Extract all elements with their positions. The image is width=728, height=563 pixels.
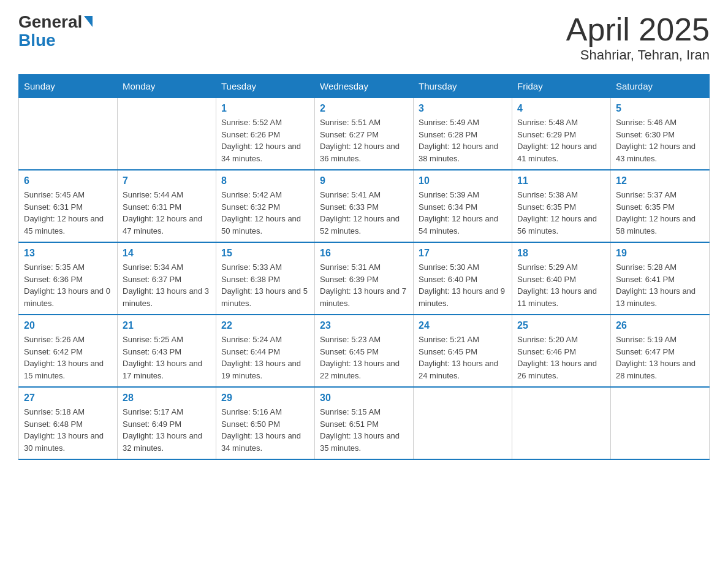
day-info: Sunrise: 5:38 AMSunset: 6:35 PMDaylight:…: [517, 189, 605, 237]
day-info: Sunrise: 5:28 AMSunset: 6:41 PMDaylight:…: [616, 261, 704, 309]
calendar-header-row: SundayMondayTuesdayWednesdayThursdayFrid…: [19, 75, 710, 98]
day-number: 28: [123, 393, 211, 404]
day-info: Sunrise: 5:49 AMSunset: 6:28 PMDaylight:…: [419, 117, 507, 164]
header-tuesday: Tuesday: [216, 75, 315, 98]
day-info: Sunrise: 5:44 AMSunset: 6:31 PMDaylight:…: [123, 189, 211, 237]
calendar-cell: 4Sunrise: 5:48 AMSunset: 6:29 PMDaylight…: [512, 98, 611, 170]
calendar-subtitle: Shahriar, Tehran, Iran: [566, 47, 710, 63]
day-info: Sunrise: 5:21 AMSunset: 6:45 PMDaylight:…: [419, 334, 507, 381]
calendar-cell: 22Sunrise: 5:24 AMSunset: 6:44 PMDayligh…: [216, 315, 315, 387]
header-saturday: Saturday: [611, 75, 710, 98]
calendar-cell: 24Sunrise: 5:21 AMSunset: 6:45 PMDayligh…: [414, 315, 512, 387]
day-number: 1: [221, 103, 309, 114]
calendar-cell: [611, 387, 710, 459]
day-info: Sunrise: 5:19 AMSunset: 6:47 PMDaylight:…: [616, 334, 704, 381]
day-number: 12: [616, 175, 704, 186]
day-info: Sunrise: 5:37 AMSunset: 6:35 PMDaylight:…: [616, 189, 704, 237]
day-info: Sunrise: 5:41 AMSunset: 6:33 PMDaylight:…: [320, 189, 408, 237]
header-thursday: Thursday: [414, 75, 512, 98]
day-number: 22: [221, 320, 309, 331]
header-wednesday: Wednesday: [315, 75, 414, 98]
calendar-cell: 16Sunrise: 5:31 AMSunset: 6:39 PMDayligh…: [315, 242, 414, 315]
calendar-cell: [414, 387, 512, 459]
day-number: 9: [320, 175, 408, 186]
header-friday: Friday: [512, 75, 611, 98]
calendar-cell: 14Sunrise: 5:34 AMSunset: 6:37 PMDayligh…: [118, 242, 216, 315]
day-number: 3: [419, 103, 507, 114]
day-info: Sunrise: 5:51 AMSunset: 6:27 PMDaylight:…: [320, 117, 408, 164]
calendar-cell: 29Sunrise: 5:16 AMSunset: 6:50 PMDayligh…: [216, 387, 315, 459]
calendar-cell: 23Sunrise: 5:23 AMSunset: 6:45 PMDayligh…: [315, 315, 414, 387]
calendar-cell: 15Sunrise: 5:33 AMSunset: 6:38 PMDayligh…: [216, 242, 315, 315]
day-info: Sunrise: 5:46 AMSunset: 6:30 PMDaylight:…: [616, 117, 704, 164]
calendar-cell: [512, 387, 611, 459]
day-number: 29: [221, 393, 309, 404]
day-number: 10: [419, 175, 507, 186]
day-info: Sunrise: 5:24 AMSunset: 6:44 PMDaylight:…: [221, 334, 309, 381]
calendar-title: April 2025: [566, 12, 710, 47]
day-number: 6: [24, 175, 112, 186]
calendar-week-row: 20Sunrise: 5:26 AMSunset: 6:42 PMDayligh…: [19, 315, 710, 387]
day-number: 8: [221, 175, 309, 186]
calendar-cell: 19Sunrise: 5:28 AMSunset: 6:41 PMDayligh…: [611, 242, 710, 315]
day-info: Sunrise: 5:15 AMSunset: 6:51 PMDaylight:…: [320, 406, 408, 454]
day-number: 5: [616, 103, 704, 114]
calendar-cell: 11Sunrise: 5:38 AMSunset: 6:35 PMDayligh…: [512, 170, 611, 242]
calendar-cell: 1Sunrise: 5:52 AMSunset: 6:26 PMDaylight…: [216, 98, 315, 170]
calendar-cell: 20Sunrise: 5:26 AMSunset: 6:42 PMDayligh…: [19, 315, 118, 387]
header-sunday: Sunday: [19, 75, 118, 98]
day-number: 18: [517, 248, 605, 259]
calendar-cell: 27Sunrise: 5:18 AMSunset: 6:48 PMDayligh…: [19, 387, 118, 459]
day-number: 25: [517, 320, 605, 331]
calendar-cell: 30Sunrise: 5:15 AMSunset: 6:51 PMDayligh…: [315, 387, 414, 459]
calendar-table: SundayMondayTuesdayWednesdayThursdayFrid…: [18, 74, 710, 460]
day-number: 14: [123, 248, 211, 259]
calendar-cell: 25Sunrise: 5:20 AMSunset: 6:46 PMDayligh…: [512, 315, 611, 387]
day-info: Sunrise: 5:45 AMSunset: 6:31 PMDaylight:…: [24, 189, 112, 237]
day-info: Sunrise: 5:31 AMSunset: 6:39 PMDaylight:…: [320, 261, 408, 309]
day-info: Sunrise: 5:29 AMSunset: 6:40 PMDaylight:…: [517, 261, 605, 309]
day-info: Sunrise: 5:16 AMSunset: 6:50 PMDaylight:…: [221, 406, 309, 454]
day-info: Sunrise: 5:20 AMSunset: 6:46 PMDaylight:…: [517, 334, 605, 381]
day-number: 4: [517, 103, 605, 114]
day-number: 17: [419, 248, 507, 259]
day-info: Sunrise: 5:39 AMSunset: 6:34 PMDaylight:…: [419, 189, 507, 237]
calendar-cell: 3Sunrise: 5:49 AMSunset: 6:28 PMDaylight…: [414, 98, 512, 170]
day-number: 26: [616, 320, 704, 331]
day-info: Sunrise: 5:25 AMSunset: 6:43 PMDaylight:…: [123, 334, 211, 381]
calendar-cell: 10Sunrise: 5:39 AMSunset: 6:34 PMDayligh…: [414, 170, 512, 242]
logo: General Blue: [18, 12, 93, 50]
day-number: 27: [24, 393, 112, 404]
day-number: 23: [320, 320, 408, 331]
day-number: 11: [517, 175, 605, 186]
day-number: 7: [123, 175, 211, 186]
calendar-cell: 7Sunrise: 5:44 AMSunset: 6:31 PMDaylight…: [118, 170, 216, 242]
calendar-week-row: 27Sunrise: 5:18 AMSunset: 6:48 PMDayligh…: [19, 387, 710, 459]
logo-blue-text: Blue: [18, 31, 56, 50]
day-info: Sunrise: 5:17 AMSunset: 6:49 PMDaylight:…: [123, 406, 211, 454]
day-info: Sunrise: 5:33 AMSunset: 6:38 PMDaylight:…: [221, 261, 309, 309]
calendar-cell: 5Sunrise: 5:46 AMSunset: 6:30 PMDaylight…: [611, 98, 710, 170]
calendar-cell: 2Sunrise: 5:51 AMSunset: 6:27 PMDaylight…: [315, 98, 414, 170]
day-number: 20: [24, 320, 112, 331]
day-number: 30: [320, 393, 408, 404]
title-block: April 2025 Shahriar, Tehran, Iran: [566, 12, 710, 63]
calendar-cell: 18Sunrise: 5:29 AMSunset: 6:40 PMDayligh…: [512, 242, 611, 315]
page-header: General Blue April 2025 Shahriar, Tehran…: [18, 12, 710, 63]
calendar-cell: 28Sunrise: 5:17 AMSunset: 6:49 PMDayligh…: [118, 387, 216, 459]
day-number: 15: [221, 248, 309, 259]
calendar-cell: [118, 98, 216, 170]
day-number: 24: [419, 320, 507, 331]
calendar-cell: 12Sunrise: 5:37 AMSunset: 6:35 PMDayligh…: [611, 170, 710, 242]
calendar-cell: [19, 98, 118, 170]
calendar-cell: 8Sunrise: 5:42 AMSunset: 6:32 PMDaylight…: [216, 170, 315, 242]
logo-general-text: General: [18, 12, 82, 32]
calendar-cell: 13Sunrise: 5:35 AMSunset: 6:36 PMDayligh…: [19, 242, 118, 315]
day-info: Sunrise: 5:52 AMSunset: 6:26 PMDaylight:…: [221, 117, 309, 164]
header-monday: Monday: [118, 75, 216, 98]
day-info: Sunrise: 5:42 AMSunset: 6:32 PMDaylight:…: [221, 189, 309, 237]
day-info: Sunrise: 5:30 AMSunset: 6:40 PMDaylight:…: [419, 261, 507, 309]
logo-arrow-icon: [84, 16, 93, 27]
calendar-cell: 17Sunrise: 5:30 AMSunset: 6:40 PMDayligh…: [414, 242, 512, 315]
day-number: 19: [616, 248, 704, 259]
